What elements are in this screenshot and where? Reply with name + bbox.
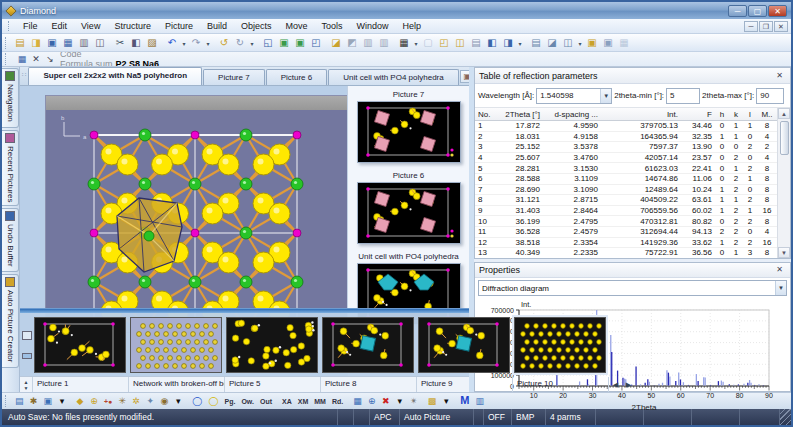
picture-tools-icon[interactable]: ✱ xyxy=(27,394,41,408)
menu-item-structure[interactable]: Structure xyxy=(107,20,158,32)
panel-dropdown[interactable]: ▾ xyxy=(516,36,524,51)
picture-menu-dropdown[interactable]: ▾ xyxy=(55,394,69,408)
rebuild-dropdown[interactable]: ▾ xyxy=(248,36,256,51)
xm-button[interactable]: XM xyxy=(295,395,312,409)
film-thumbnail-picture-5[interactable] xyxy=(226,317,318,373)
table-row[interactable]: 1036.1992.4795470312.8180.820228 xyxy=(475,216,777,227)
column-header-1[interactable]: 2Theta [°] xyxy=(497,110,543,119)
print-preview-icon[interactable]: ◫ xyxy=(92,35,108,50)
structbar-grip[interactable] xyxy=(5,53,9,65)
wavelength-combo[interactable]: 1.540598 ▼ xyxy=(536,88,612,104)
column-header-8[interactable]: M.. xyxy=(757,110,777,119)
rebuild-icon[interactable]: ↻ xyxy=(232,35,248,50)
save-all-icon[interactable]: ▦ xyxy=(60,35,76,50)
properties-selector-arrow-icon[interactable]: ▼ xyxy=(775,281,786,295)
picture-green2-icon[interactable]: ▣ xyxy=(292,35,308,50)
table-row[interactable]: 117.8724.9590379705.1334.460118 xyxy=(475,121,777,132)
picture-card-2[interactable]: Picture 6 xyxy=(354,171,463,244)
new-document-icon[interactable]: ▤ xyxy=(12,35,28,50)
broken-bonds-icon[interactable]: ✦ xyxy=(143,394,157,408)
picture-menu-icon[interactable]: ▣ xyxy=(41,394,56,408)
menu-item-picture[interactable]: Picture xyxy=(158,20,200,32)
table-row[interactable]: 425.6073.476042057.1423.570204 xyxy=(475,153,777,164)
tab-super-cell[interactable]: Super cell 2x2x2 with Na5 polyhedron xyxy=(28,67,202,85)
menu-item-edit[interactable]: Edit xyxy=(45,20,75,32)
view-2-icon[interactable]: ◪ xyxy=(544,35,560,50)
menu-item-file[interactable]: File xyxy=(16,20,45,32)
view-3-icon[interactable]: ◫ xyxy=(560,35,576,50)
film-thumbnail-picture-8[interactable] xyxy=(322,317,414,373)
ow-button[interactable]: Ow. xyxy=(238,395,257,409)
column-header-3[interactable]: Int. xyxy=(601,110,681,119)
bond-style-icon[interactable]: ✴ xyxy=(407,394,421,408)
layout-c-icon[interactable]: ▥ xyxy=(376,35,392,50)
new-picture-icon[interactable]: ◰ xyxy=(436,35,452,50)
view-1-icon[interactable]: ▤ xyxy=(528,35,544,50)
attach-atom-icon[interactable]: +● xyxy=(101,395,115,409)
goto-structure-icon[interactable]: ↘ xyxy=(43,53,57,65)
picture-blue-icon[interactable]: ◰ xyxy=(308,35,324,50)
column-header-6[interactable]: k xyxy=(729,110,743,119)
table-row[interactable]: 728.6903.109012489.6410.241208 xyxy=(475,185,777,196)
menu-item-tools[interactable]: Tools xyxy=(314,20,349,32)
table-row[interactable]: 628.5883.110914674.8611.060218 xyxy=(475,174,777,185)
resize-grip[interactable] xyxy=(779,409,791,425)
menu-item-objects[interactable]: Objects xyxy=(234,20,279,32)
copy-picture-icon[interactable]: ◪ xyxy=(328,35,344,50)
destroy-icon[interactable]: ✖ xyxy=(379,394,393,408)
structure-table-icon[interactable]: ▦ xyxy=(15,53,29,65)
paste-icon[interactable]: ▨ xyxy=(144,35,160,50)
properties-selector[interactable]: Diffraction diagram ▼ xyxy=(478,280,787,296)
bottom-toolbar-grip[interactable] xyxy=(5,395,9,407)
column-header-0[interactable]: No. xyxy=(475,110,497,119)
scroll-thumb[interactable] xyxy=(780,121,789,155)
mdi-close-button[interactable]: ✕ xyxy=(774,21,788,32)
properties-panel-close-icon[interactable]: ✕ xyxy=(773,264,786,276)
xa-button[interactable]: XA xyxy=(279,395,295,409)
grid-icon[interactable]: ▦ xyxy=(616,35,632,50)
film-thumbnail-picture-9[interactable] xyxy=(418,317,510,373)
origin-icon[interactable]: ⊕ xyxy=(365,394,379,408)
tabbar-grip[interactable]: ∷ xyxy=(22,72,26,82)
theta-max-input[interactable]: 90 xyxy=(756,88,784,104)
redo-icon[interactable]: ↷ xyxy=(188,35,204,50)
toolbar-grip[interactable] xyxy=(5,37,9,49)
view-dropdown[interactable]: ▾ xyxy=(576,36,584,51)
sidebar-tab-navigation[interactable]: Navigation xyxy=(2,68,19,128)
redo-dropdown[interactable]: ▾ xyxy=(204,36,212,51)
colors-icon[interactable]: ▩ xyxy=(425,394,440,408)
column-header-4[interactable]: F xyxy=(681,110,715,119)
picture-card-thumbnail[interactable] xyxy=(357,101,461,163)
sidebar-tab-undo-buffer[interactable]: Undo Buffer xyxy=(2,208,19,272)
open-file-icon[interactable]: ◨ xyxy=(28,35,44,50)
table-row[interactable]: 528.2813.153061623.0322.410128 xyxy=(475,163,777,174)
maximize-button[interactable]: ▢ xyxy=(748,5,767,17)
rd-button[interactable]: Rd. xyxy=(329,395,346,409)
film-thumbnail-picture-10[interactable] xyxy=(514,317,606,373)
column-header-5[interactable]: h xyxy=(715,110,729,119)
picture-green1-icon[interactable]: ▣ xyxy=(276,35,292,50)
scroll-down-icon[interactable]: ▼ xyxy=(778,247,790,258)
film-strip-page-icon[interactable] xyxy=(22,331,32,340)
structure-picture[interactable]: ba xyxy=(46,96,364,332)
picture-card-thumbnail[interactable] xyxy=(357,182,461,244)
table-dropdown[interactable]: ▾ xyxy=(412,36,420,51)
film-prev-icon[interactable]: ◀ xyxy=(613,381,618,389)
wavelength-combo-arrow-icon[interactable]: ▼ xyxy=(600,89,611,103)
pg-button[interactable]: Pg. xyxy=(222,395,239,409)
add-atoms-icon[interactable]: ⊕ xyxy=(87,394,101,408)
mm-button[interactable]: MM xyxy=(311,395,329,409)
column-header-7[interactable]: l xyxy=(743,110,757,119)
polyhedron-icon[interactable]: ◆ xyxy=(73,394,87,408)
comment-add-icon[interactable]: ◨ xyxy=(500,35,516,50)
cut-icon[interactable]: ✂ xyxy=(112,35,128,50)
tab-picture-6[interactable]: Picture 6 xyxy=(266,69,328,85)
table-row[interactable]: 325.1523.53787597.3713.900022 xyxy=(475,142,777,153)
film-strip-mode-icon[interactable] xyxy=(22,353,32,359)
reflection-table-scrollbar[interactable]: ▲ ▼ xyxy=(777,108,790,258)
molecule-m-icon[interactable]: M xyxy=(457,393,472,407)
menu-item-window[interactable]: Window xyxy=(349,20,395,32)
picture-card-1[interactable]: Picture 7 xyxy=(354,90,463,163)
yellow-ring-icon[interactable]: ◯ xyxy=(205,394,221,408)
copy-icon[interactable]: ◧ xyxy=(128,35,144,50)
